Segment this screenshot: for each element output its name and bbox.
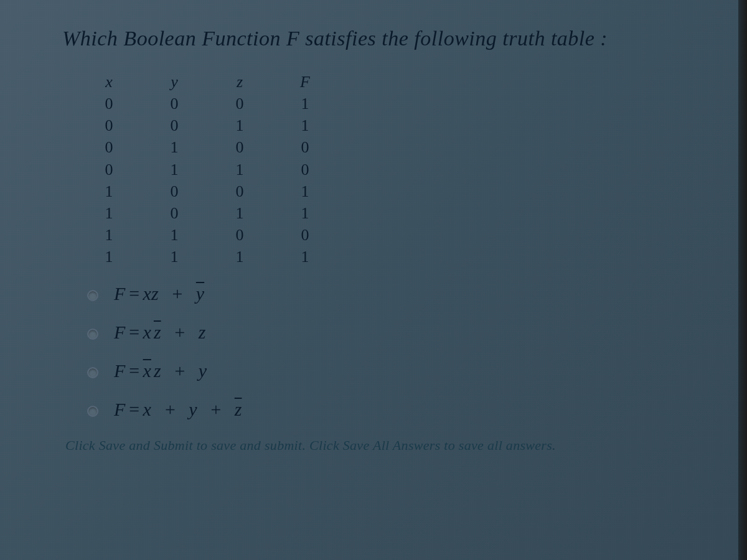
- radio-icon[interactable]: [87, 367, 98, 378]
- cell: 0: [165, 93, 184, 114]
- radio-icon[interactable]: [87, 290, 98, 301]
- table-row: 0 1 1 0: [100, 159, 691, 180]
- table-row: 1 0 1 1: [100, 202, 691, 224]
- cell: 1: [165, 246, 184, 268]
- cell: 0: [165, 180, 184, 202]
- col-header-y: y: [165, 71, 184, 93]
- cell: 0: [230, 224, 249, 246]
- cell: 0: [165, 202, 184, 224]
- table-row: 0 0 1 1: [100, 114, 691, 136]
- option-c[interactable]: F = x z + y: [87, 360, 691, 381]
- cell: 1: [296, 202, 314, 224]
- col-header-x: x: [100, 71, 118, 93]
- cell: 1: [165, 224, 184, 246]
- cell: 1: [230, 114, 249, 136]
- cell: 0: [165, 114, 184, 136]
- truth-table: x y z F 0 0 0 1 0 0 1 1 0 1 0 0 0 1 1 0: [100, 71, 691, 268]
- cell: 0: [100, 136, 118, 158]
- option-c-label: F = x z + y: [114, 360, 207, 381]
- option-b[interactable]: F = x z + z: [87, 322, 691, 343]
- cell: 0: [230, 180, 249, 202]
- col-header-z: z: [230, 71, 249, 93]
- cell: 0: [230, 136, 249, 158]
- cell: 1: [165, 136, 184, 158]
- option-a[interactable]: F = xz + y: [87, 283, 691, 304]
- cell: 1: [296, 246, 314, 268]
- cell: 0: [296, 224, 314, 246]
- cell: 1: [100, 180, 118, 202]
- table-row: 1 0 0 1: [100, 180, 691, 202]
- cell: 0: [100, 114, 118, 136]
- option-d[interactable]: F = x + y + z: [87, 399, 691, 420]
- table-row: 0 0 0 1: [100, 93, 691, 114]
- cell: 0: [296, 136, 314, 158]
- cell: 0: [230, 93, 249, 114]
- col-header-f: F: [296, 71, 314, 93]
- cell: 0: [100, 93, 118, 114]
- cell: 1: [165, 159, 184, 180]
- cell: 1: [230, 202, 249, 224]
- cell: 1: [100, 224, 118, 246]
- cell: 1: [230, 246, 249, 268]
- table-header-row: x y z F: [100, 71, 691, 93]
- radio-icon[interactable]: [87, 406, 98, 417]
- radio-icon[interactable]: [87, 329, 98, 340]
- question-title: Which Boolean Function F satisfies the f…: [62, 25, 691, 52]
- table-row: 1 1 1 1: [100, 246, 691, 268]
- option-a-label: F = xz + y: [114, 283, 204, 304]
- cell: 1: [296, 93, 314, 114]
- save-hint: Click Save and Submit to save and submit…: [65, 437, 691, 454]
- table-row: 0 1 0 0: [100, 136, 691, 158]
- cell: 1: [230, 159, 249, 180]
- cell: 1: [100, 246, 118, 268]
- screen-edge-decoration: [738, 0, 747, 560]
- answer-options: F = xz + y F = x z + z: [87, 283, 691, 420]
- cell: 1: [296, 114, 314, 136]
- cell: 1: [100, 202, 118, 224]
- option-b-label: F = x z + z: [114, 322, 206, 343]
- table-row: 1 1 0 0: [100, 224, 691, 246]
- cell: 0: [296, 159, 314, 180]
- option-d-label: F = x + y + z: [114, 399, 242, 420]
- cell: 1: [296, 180, 314, 202]
- cell: 0: [100, 159, 118, 180]
